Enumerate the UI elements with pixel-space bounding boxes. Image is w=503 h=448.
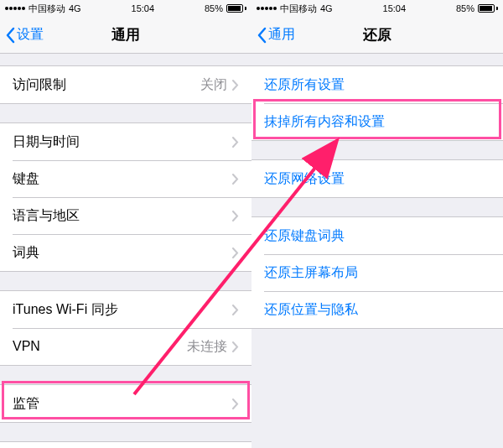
row-reset-keyboard-dict[interactable]: 还原键盘词典 <box>252 217 503 254</box>
row-profile[interactable]: 监管 <box>0 385 252 422</box>
row-label: 语言与地区 <box>13 207 232 225</box>
page-title: 还原 <box>252 25 503 44</box>
signal-icon <box>5 7 25 10</box>
row-reset-network[interactable]: 还原网络设置 <box>252 160 503 197</box>
page-title: 通用 <box>0 25 252 44</box>
status-bar: 中国移动 4G 15:04 85% <box>0 0 252 17</box>
row-reset-home-layout[interactable]: 还原主屏幕布局 <box>252 254 503 291</box>
chevron-right-icon <box>232 137 239 148</box>
row-access-restrictions[interactable]: 访问限制 关闭 <box>0 66 252 103</box>
screen-reset: 中国移动 4G 15:04 85% 通用 还原 还原所有设置 抹掉所有内容 <box>252 0 503 448</box>
battery-icon <box>478 4 498 13</box>
row-label: 日期与时间 <box>13 133 232 151</box>
screen-general: 中国移动 4G 15:04 85% 设置 通用 访问限制 关闭 <box>0 0 252 448</box>
row-value: 关闭 <box>200 76 227 94</box>
carrier: 中国移动 <box>280 3 317 15</box>
chevron-right-icon <box>232 399 239 409</box>
row-label: 还原位置与隐私 <box>264 301 490 319</box>
chevron-right-icon <box>232 305 239 315</box>
battery-percent: 85% <box>456 3 474 13</box>
row-label: 访问限制 <box>13 76 200 94</box>
row-label: 还原主屏幕布局 <box>264 264 490 282</box>
row-date-time[interactable]: 日期与时间 <box>0 123 252 160</box>
content: 还原所有设置 抹掉所有内容和设置 还原网络设置 还原键盘词典 还原主屏幕布局 <box>252 54 503 448</box>
battery-icon <box>226 4 246 13</box>
network: 4G <box>69 3 81 13</box>
row-label: iTunes Wi-Fi 同步 <box>13 301 232 319</box>
content: 访问限制 关闭 日期与时间 键盘 语言与地区 <box>0 54 252 448</box>
clock: 15:04 <box>132 3 155 13</box>
row-reset-location-privacy[interactable]: 还原位置与隐私 <box>252 291 503 328</box>
chevron-right-icon <box>232 341 239 352</box>
row-itunes-wifi-sync[interactable]: iTunes Wi-Fi 同步 <box>0 291 252 328</box>
row-value: 未连接 <box>187 338 227 356</box>
nav-bar: 设置 通用 <box>0 17 252 54</box>
chevron-right-icon <box>232 211 239 221</box>
row-label: VPN <box>13 339 187 354</box>
chevron-right-icon <box>232 80 239 91</box>
row-keyboard[interactable]: 键盘 <box>0 160 252 197</box>
battery-percent: 85% <box>205 3 223 13</box>
row-label: 还原所有设置 <box>264 76 490 94</box>
row-label: 还原网络设置 <box>264 170 490 188</box>
nav-bar: 通用 还原 <box>252 17 503 54</box>
row-label: 抹掉所有内容和设置 <box>264 113 490 131</box>
status-bar: 中国移动 4G 15:04 85% <box>252 0 503 17</box>
network: 4G <box>320 3 333 13</box>
carrier: 中国移动 <box>29 3 65 15</box>
chevron-right-icon <box>232 174 239 185</box>
row-label: 监管 <box>13 395 232 413</box>
row-label: 键盘 <box>13 170 232 188</box>
row-erase-all-content[interactable]: 抹掉所有内容和设置 <box>252 103 503 140</box>
signal-icon <box>257 7 277 10</box>
row-label: 词典 <box>13 244 232 262</box>
chevron-right-icon <box>232 247 239 258</box>
clock: 15:04 <box>383 3 407 13</box>
row-dictionary[interactable]: 词典 <box>0 234 252 271</box>
row-vpn[interactable]: VPN 未连接 <box>0 328 252 365</box>
row-label: 还原键盘词典 <box>264 227 490 245</box>
row-reset-all-settings[interactable]: 还原所有设置 <box>252 66 503 103</box>
row-reset[interactable]: 还原 <box>0 442 252 448</box>
row-language-region[interactable]: 语言与地区 <box>0 197 252 234</box>
